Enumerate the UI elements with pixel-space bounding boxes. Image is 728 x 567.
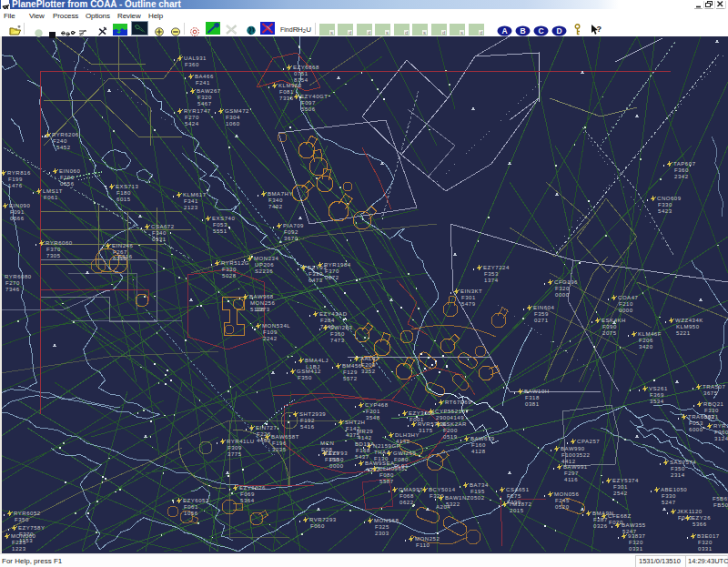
svg-text:d: d [368, 30, 370, 35]
svg-text:MCN: MCN [320, 440, 334, 446]
svg-text:BAW679: BAW679 [470, 436, 495, 441]
svg-text:2242: 2242 [263, 336, 278, 341]
svg-text:KLM617: KLM617 [183, 192, 207, 197]
svg-text:ESK4KH: ESK4KH [602, 318, 626, 323]
svg-text:F330: F330 [308, 271, 323, 277]
svg-text:7346: 7346 [5, 287, 20, 292]
svg-text:5416: 5416 [300, 424, 315, 430]
svg-text:F340: F340 [268, 197, 283, 203]
svg-text:F053: F053 [213, 222, 228, 228]
svg-text:d: d [480, 30, 482, 35]
svg-text:EIN060: EIN060 [59, 168, 80, 174]
svg-text:F196: F196 [272, 440, 287, 446]
svg-text:F150: F150 [325, 457, 339, 462]
svg-text:F301: F301 [461, 295, 476, 300]
svg-text:RT67E69: RT67E69 [445, 400, 471, 405]
svg-text:5479: 5479 [461, 301, 476, 307]
svg-text:0566: 0566 [10, 216, 25, 221]
svg-text:WZZ434K: WZZ434K [675, 318, 703, 323]
svg-text:EIN604: EIN604 [533, 305, 554, 310]
svg-text:3548: 3548 [366, 415, 380, 420]
svg-text:6015: 6015 [116, 197, 131, 202]
svg-text:PIA709: PIA709 [283, 223, 304, 228]
svg-text:MON056: MON056 [554, 491, 579, 497]
svg-text:EZY758Y: EZY758Y [18, 525, 46, 531]
svg-text:2314: 2314 [671, 472, 685, 478]
svg-text:F061: F061 [184, 504, 198, 510]
svg-text:F350: F350 [298, 375, 312, 380]
svg-text:BM456: BM456 [342, 363, 362, 369]
svg-text:5506: 5506 [301, 106, 316, 112]
svg-text:5587: 5587 [379, 479, 394, 484]
svg-text:d: d [349, 30, 351, 35]
svg-text:F284: F284 [320, 318, 335, 323]
svg-text:RVR7293: RVR7293 [309, 517, 337, 522]
svg-text:F226: F226 [257, 431, 271, 437]
svg-text:4469: 4469 [257, 438, 271, 443]
svg-text:F068: F068 [399, 493, 414, 499]
svg-text:VS261: VS261 [649, 386, 668, 391]
svg-text:F195: F195 [470, 489, 485, 494]
svg-text:UAL931: UAL931 [184, 56, 207, 61]
svg-text:F318: F318 [525, 395, 540, 400]
svg-text:EXS713: EXS713 [116, 184, 138, 189]
svg-text:BAW10H: BAW10H [524, 389, 550, 394]
svg-text:93837: 93837 [628, 533, 646, 539]
svg-text:0502: 0502 [470, 495, 485, 501]
svg-text:5364: 5364 [240, 498, 255, 503]
svg-text:EZY6026: EZY6026 [239, 485, 266, 491]
svg-text:BAW355: BAW355 [622, 522, 646, 528]
svg-text:CNO609: CNO609 [657, 196, 682, 201]
svg-text:EZY9: EZY9 [324, 451, 339, 456]
svg-text:0331: 0331 [698, 546, 713, 552]
svg-text:4142: 4142 [358, 435, 372, 440]
svg-text:F109: F109 [263, 329, 278, 335]
svg-text:F5B650: F5B650 [713, 496, 728, 501]
svg-text:TRA507: TRA507 [703, 384, 725, 390]
svg-text:F192: F192 [300, 418, 315, 423]
svg-text:EZY6868: EZY6868 [293, 65, 319, 70]
svg-text:RVR57: RVR57 [418, 421, 438, 427]
svg-text:KLM46F: KLM46F [638, 331, 662, 337]
svg-text:F360: F360 [185, 62, 199, 67]
svg-text:5572: 5572 [343, 376, 358, 381]
svg-text:d: d [405, 30, 408, 35]
svg-text:2342: 2342 [674, 174, 689, 179]
svg-text:EXS740: EXS740 [212, 216, 235, 221]
svg-text:0271: 0271 [534, 318, 549, 323]
svg-text:F370: F370 [325, 268, 339, 274]
svg-text:CFE68Z: CFE68Z [608, 513, 632, 519]
svg-text:F369: F369 [650, 392, 664, 398]
svg-text:5424: 5424 [185, 121, 199, 127]
svg-text:F330: F330 [662, 493, 676, 499]
svg-text:BA734: BA734 [470, 482, 489, 488]
svg-text:SHT2939: SHT2939 [299, 411, 326, 417]
svg-text:KLM963: KLM963 [278, 83, 302, 88]
svg-text:29004149: 29004149 [436, 415, 464, 420]
svg-text:7336: 7336 [279, 96, 294, 101]
svg-text:BAW990: BAW990 [561, 446, 585, 451]
svg-text:s: s [386, 30, 389, 35]
svg-text:F301: F301 [613, 484, 628, 490]
svg-text:0520: 0520 [555, 504, 570, 510]
svg-text:F350: F350 [15, 517, 29, 522]
svg-text:5028: 5028 [222, 273, 237, 278]
svg-text:F199: F199 [8, 177, 23, 182]
svg-text:ESK2AR: ESK2AR [442, 421, 467, 427]
svg-text:0622: 0622 [399, 500, 414, 505]
svg-text:F240: F240 [53, 138, 67, 144]
svg-text:EZY5374: EZY5374 [612, 478, 639, 483]
svg-text:F330: F330 [658, 202, 672, 208]
svg-text:BAW968: BAW968 [249, 294, 274, 299]
svg-text:F370: F370 [46, 247, 61, 252]
svg-text:RYR6060: RYR6060 [46, 240, 73, 246]
svg-text:1056: 1056 [184, 511, 198, 516]
svg-text:F270: F270 [185, 115, 199, 120]
svg-text:0531: 0531 [152, 237, 167, 242]
svg-text:F360: F360 [330, 331, 345, 337]
svg-text:RYR1984: RYR1984 [324, 262, 351, 268]
svg-text:F110: F110 [416, 542, 430, 548]
svg-text:?: ? [597, 25, 602, 34]
svg-text:F245: F245 [555, 498, 570, 503]
svg-text:F061: F061 [44, 195, 58, 200]
